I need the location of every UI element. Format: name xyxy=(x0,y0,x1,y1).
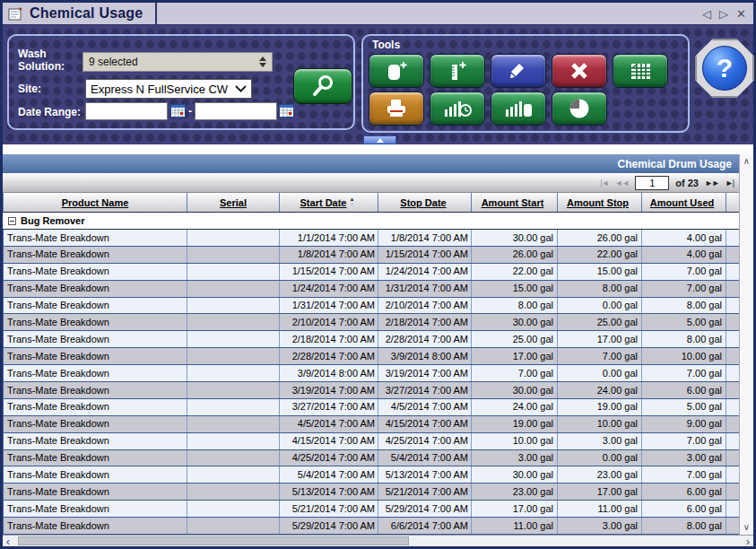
cell-amount-used: 8.00 gal xyxy=(642,331,726,347)
wash-solution-dropdown[interactable]: 9 selected xyxy=(83,52,273,72)
pager-next-button[interactable]: ►► xyxy=(705,179,719,187)
group-row-bug-remover: Bug Remover xyxy=(3,213,739,230)
column-header-serial[interactable]: Serial xyxy=(187,193,280,212)
scroll-left-icon[interactable]: ‹ xyxy=(6,536,10,548)
date-from-input[interactable] xyxy=(85,102,168,120)
edit-button[interactable] xyxy=(491,54,546,88)
column-header-amount-stop[interactable]: Amount Stop xyxy=(558,193,642,212)
table-row[interactable]: Trans-Mate Breakdown 1/31/2014 7:00 AM 2… xyxy=(4,298,739,315)
close-icon[interactable]: ✕ xyxy=(736,8,746,20)
horizontal-scrollbar[interactable]: ‹ › xyxy=(3,535,753,546)
column-header-amount-used[interactable]: Amount Used xyxy=(642,193,726,212)
cell-filler xyxy=(726,331,739,347)
date-to-input[interactable] xyxy=(195,102,277,120)
cell-serial xyxy=(187,331,280,347)
cell-start-date: 3/9/2014 8:00 AM xyxy=(280,365,378,381)
cell-stop-date: 1/24/2014 7:00 AM xyxy=(378,264,472,280)
table-row[interactable]: Trans-Mate Breakdown 1/15/2014 7:00 AM 1… xyxy=(4,264,739,281)
cell-start-date: 5/13/2014 7:00 AM xyxy=(280,484,378,500)
site-dropdown[interactable]: Express N FullService CW xyxy=(85,79,252,99)
grid-title-bar: Chemical Drum Usage xyxy=(3,154,739,173)
table-row[interactable]: Trans-Mate Breakdown 2/10/2014 7:00 AM 2… xyxy=(4,314,739,331)
table-row[interactable]: Trans-Mate Breakdown 5/13/2014 7:00 AM 5… xyxy=(4,484,739,501)
cell-stop-date: 2/10/2014 7:00 AM xyxy=(378,298,472,314)
cell-amount-stop: 24.00 gal xyxy=(558,382,642,398)
cell-amount-stop: 19.00 gal xyxy=(558,399,642,415)
cell-product-name: Trans-Mate Breakdown xyxy=(4,314,187,330)
date-range-separator: - xyxy=(188,105,192,118)
usage-by-drum-report-button[interactable] xyxy=(491,92,546,126)
pager-first-button[interactable]: |◄ xyxy=(600,179,608,187)
search-button[interactable] xyxy=(293,68,352,104)
delete-button[interactable] xyxy=(552,54,607,88)
horizontal-scroll-thumb[interactable] xyxy=(18,536,409,545)
cell-stop-date: 1/8/2014 7:00 AM xyxy=(378,230,472,246)
pager-last-button[interactable]: ►| xyxy=(726,179,734,187)
table-body: Trans-Mate Breakdown 1/1/2014 7:00 AM 1/… xyxy=(3,230,739,535)
cell-serial xyxy=(187,382,280,398)
calendar-view-button[interactable] xyxy=(613,54,668,88)
cell-start-date: 1/24/2014 7:00 AM xyxy=(280,281,378,297)
collapse-group-icon[interactable] xyxy=(8,217,16,225)
table-row[interactable]: Trans-Mate Breakdown 4/15/2014 7:00 AM 4… xyxy=(4,433,739,450)
group-label: Bug Remover xyxy=(21,215,85,226)
pager-prev-button[interactable]: ◄◄ xyxy=(614,179,629,187)
pencil-icon xyxy=(506,59,531,83)
pie-chart-report-button[interactable] xyxy=(552,92,607,126)
print-button[interactable] xyxy=(369,92,424,126)
cell-start-date: 1/31/2014 7:00 AM xyxy=(280,298,378,314)
table-row[interactable]: Trans-Mate Breakdown 4/5/2014 7:00 AM 4/… xyxy=(4,416,739,433)
table-row[interactable]: Trans-Mate Breakdown 3/9/2014 8:00 AM 3/… xyxy=(4,365,739,382)
cell-start-date: 3/27/2014 7:00 AM xyxy=(280,399,378,415)
wash-solution-value: 9 selected xyxy=(89,56,138,68)
cell-product-name: Trans-Mate Breakdown xyxy=(4,348,187,364)
form-icon xyxy=(8,7,23,21)
column-header-start-date[interactable]: Start Date ▲ ▼ xyxy=(280,193,378,212)
column-header-row: Product Name Serial Start Date ▲ ▼ Stop … xyxy=(3,193,739,213)
table-row[interactable]: Trans-Mate Breakdown 5/29/2014 7:00 AM 6… xyxy=(4,518,739,535)
add-drum-button[interactable] xyxy=(369,54,424,88)
table-row[interactable]: Trans-Mate Breakdown 5/21/2014 7:00 AM 5… xyxy=(4,501,739,518)
cell-amount-used: 7.00 gal xyxy=(642,466,726,483)
nav-forward-icon[interactable]: ▷ xyxy=(719,8,728,20)
scroll-right-icon[interactable]: › xyxy=(746,536,750,548)
filter-workspace: Wash Solution: 9 selected Site: Express … xyxy=(3,25,753,144)
tools-panel: Tools xyxy=(361,34,690,133)
tab-chemical-usage[interactable]: Chemical Usage xyxy=(3,3,157,24)
cell-product-name: Trans-Mate Breakdown xyxy=(4,247,187,263)
table-row[interactable]: Trans-Mate Breakdown 1/1/2014 7:00 AM 1/… xyxy=(4,230,739,247)
table-row[interactable]: Trans-Mate Breakdown 4/25/2014 7:00 AM 5… xyxy=(4,450,739,467)
table-row[interactable]: Trans-Mate Breakdown 3/19/2014 7:00 AM 3… xyxy=(4,382,739,399)
table-row[interactable]: Trans-Mate Breakdown 3/27/2014 7:00 AM 4… xyxy=(4,399,739,416)
cell-amount-used: 8.00 gal xyxy=(642,518,726,534)
nav-back-icon[interactable]: ◁ xyxy=(702,8,711,20)
calendar-icon[interactable] xyxy=(170,104,186,118)
calendar-icon[interactable] xyxy=(279,104,294,118)
column-header-stop-date[interactable]: Stop Date xyxy=(378,193,472,212)
table-row[interactable]: Trans-Mate Breakdown 1/8/2014 7:00 AM 1/… xyxy=(4,247,739,264)
scroll-down-icon[interactable]: ∨ xyxy=(743,523,750,532)
table-row[interactable]: Trans-Mate Breakdown 2/18/2014 7:00 AM 2… xyxy=(4,331,739,348)
cell-amount-start: 10.00 gal xyxy=(472,433,558,449)
usage-over-time-report-button[interactable] xyxy=(430,92,485,126)
pager-total-label: of 23 xyxy=(675,178,699,188)
scroll-up-icon[interactable]: ∧ xyxy=(743,157,750,166)
cell-product-name: Trans-Mate Breakdown xyxy=(4,230,187,246)
cell-filler xyxy=(726,416,739,432)
panel-collapse-handle[interactable] xyxy=(363,135,396,144)
table-row[interactable]: Trans-Mate Breakdown 2/28/2014 7:00 AM 3… xyxy=(4,348,739,365)
cell-product-name: Trans-Mate Breakdown xyxy=(4,281,187,297)
cell-amount-start: 30.00 gal xyxy=(472,382,558,398)
table-row[interactable]: Trans-Mate Breakdown 5/4/2014 7:00 AM 5/… xyxy=(4,466,739,484)
cell-start-date: 2/28/2014 7:00 AM xyxy=(280,348,378,364)
vertical-scrollbar[interactable]: ∧ ∨ xyxy=(739,154,753,535)
column-header-product-name[interactable]: Product Name xyxy=(4,193,187,212)
add-measurement-button[interactable] xyxy=(430,54,485,88)
chemical-drum-usage-grid: Chemical Drum Usage |◄ ◄◄ of 23 ►► ►| Pr… xyxy=(3,154,753,535)
help-button[interactable]: ? xyxy=(695,39,754,98)
column-header-amount-start[interactable]: Amount Start xyxy=(472,193,558,212)
cell-amount-start: 15.00 gal xyxy=(472,281,558,297)
cell-filler xyxy=(726,314,739,330)
pager-page-input[interactable] xyxy=(635,176,669,190)
table-row[interactable]: Trans-Mate Breakdown 1/24/2014 7:00 AM 1… xyxy=(4,281,739,298)
